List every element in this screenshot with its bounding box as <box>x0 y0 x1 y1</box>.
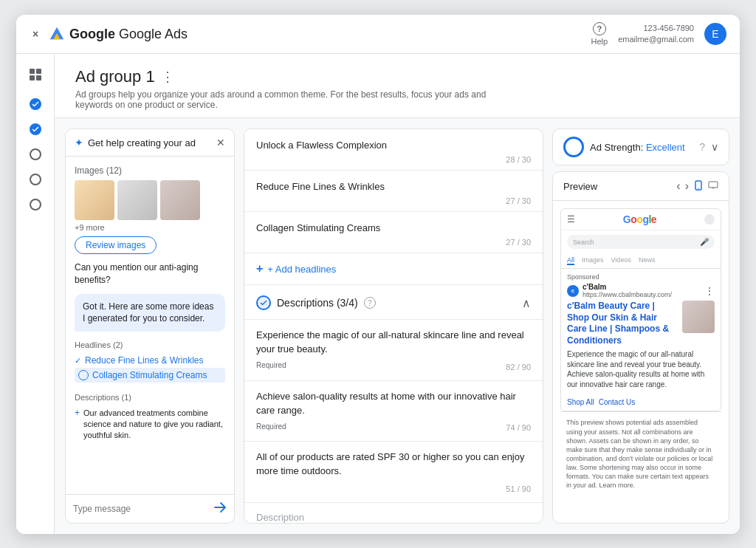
mock-google-logo: Google <box>623 213 656 225</box>
sidebar-nav-step-1[interactable] <box>30 98 41 110</box>
close-button[interactable]: × <box>30 28 41 40</box>
chat-header: ✦ Get help creating your ad ✕ <box>66 129 234 157</box>
headline-char-count-3: 27 / 30 <box>506 238 531 247</box>
mock-nav-videos: Videos <box>611 256 631 265</box>
headline-row-1[interactable]: Unlock a Flawless Complexion 28 / 30 <box>244 129 543 171</box>
help-icon: ? <box>593 22 606 35</box>
ad-strength-info-icon[interactable]: ? <box>699 141 705 153</box>
google-text: Google <box>69 27 115 41</box>
mock-search-text: Search <box>573 239 594 246</box>
user-avatar[interactable]: E <box>704 23 726 45</box>
image-thumbnail-1 <box>75 180 114 220</box>
page-title: Ad group 1 <box>75 67 155 86</box>
mock-sitelinks: Shop All Contact Us <box>561 398 721 411</box>
headlines-list: Unlock a Flawless Complexion 28 / 30 Red… <box>244 129 543 253</box>
chat-panel: ✦ Get help creating your ad ✕ Images (12… <box>65 129 235 524</box>
desc-header-left: Descriptions (3/4) ? <box>256 295 376 310</box>
desc-field-text-3: All of our products are rated SPF 30 or … <box>256 451 531 479</box>
sparkle-icon: ✦ <box>75 137 83 148</box>
descriptions-list: Experience the magic of our all-natural … <box>244 320 543 503</box>
desc-char-count-1: 82 / 90 <box>506 363 531 371</box>
descriptions-header: Descriptions (3/4) ? ∧ <box>244 285 543 320</box>
sidebar-nav-step-4[interactable] <box>30 174 41 185</box>
mock-nav-news: News <box>639 256 656 265</box>
mobile-icon[interactable] <box>693 180 704 193</box>
descriptions-title: Descriptions (3/4) <box>277 297 358 309</box>
headline-char-count-2: 27 / 30 <box>506 196 531 205</box>
mock-ad-content: Sponsored c c'Balm https://www.cbalmbeau… <box>561 269 721 398</box>
svg-rect-4 <box>30 75 35 81</box>
descriptions-info-icon[interactable]: ? <box>364 297 376 309</box>
content-area: Ad group 1 ⋮ Ad groups help you organize… <box>55 54 740 534</box>
more-options-icon[interactable]: ⋮ <box>161 69 174 85</box>
headline-item-2-active[interactable]: Collagen Stimulating Creams <box>75 368 225 383</box>
preview-card: Preview ‹ › <box>552 171 729 524</box>
headline-field-text-2: Reduce Fine Lines & Wrinkles <box>256 181 531 192</box>
headline-row-3[interactable]: Collagen Stimulating Creams 27 / 30 <box>244 212 543 253</box>
help-button[interactable]: ? Help <box>591 22 608 46</box>
top-bar-right: ? Help 123-456-7890 emailme@gmail.com E <box>591 22 726 46</box>
sidebar-nav <box>16 54 55 534</box>
help-label: Help <box>591 37 608 46</box>
mock-nav-bar: All Images Videos News <box>561 253 721 269</box>
sidebar-nav-step-2[interactable] <box>30 123 41 135</box>
mock-hamburger-icon: ☰ <box>567 214 575 225</box>
device-icons <box>693 180 718 193</box>
close-chat-button[interactable]: ✕ <box>216 137 225 148</box>
add-headlines-button[interactable]: + + Add headlines <box>256 262 336 275</box>
headline-text-1: Reduce Fine Lines & Wrinkles <box>85 355 204 366</box>
svg-point-7 <box>698 188 698 188</box>
image-thumbnail-2 <box>117 180 157 220</box>
headline-item-1[interactable]: ✓ Reduce Fine Lines & Wrinkles <box>75 353 225 368</box>
description-row-1[interactable]: Experience the magic of our all-natural … <box>244 320 543 381</box>
mock-profile-icon <box>704 214 715 225</box>
preview-body: ☰ Google Search 🎤 <box>553 201 729 523</box>
headline-char-count-1: 28 / 30 <box>506 155 531 164</box>
add-headlines-label: + Add headlines <box>267 264 336 275</box>
descriptions-collapse-icon[interactable]: ∧ <box>522 296 531 310</box>
preview-panel: Ad Strength: Excellent ? ∨ Preview ‹ › <box>552 129 729 524</box>
mock-sitelink-1: Shop All <box>567 398 594 406</box>
page-title-row: Ad group 1 ⋮ <box>75 67 719 86</box>
descriptions-section-label: Descriptions (1) <box>75 393 225 402</box>
ad-strength-text: Ad Strength: Excellent <box>590 142 693 153</box>
headlines-section-label: Headlines (2) <box>75 340 225 349</box>
ad-strength-label: Ad Strength: <box>590 142 643 153</box>
mock-url: https://www.cbalmbeauty.com/ <box>583 291 701 298</box>
mock-ad-header: c c'Balm https://www.cbalmbeauty.com/ ⋮ <box>567 283 715 298</box>
ads-text: Google Ads <box>119 27 188 41</box>
next-button[interactable]: › <box>685 179 689 193</box>
mock-favicon: c <box>567 285 579 297</box>
sidebar-nav-step-3[interactable] <box>30 148 41 160</box>
sidebar-nav-step-5[interactable] <box>30 199 41 210</box>
ai-response-bubble: Got it. Here are some more ideas I gener… <box>75 294 225 332</box>
desc-placeholder: Description <box>256 512 531 523</box>
description-row-2[interactable]: Achieve salon-quality results at home wi… <box>244 381 543 442</box>
chat-input[interactable] <box>73 504 209 514</box>
images-section: Images (12) +9 more Review images <box>75 165 225 254</box>
main-layout: Ad group 1 ⋮ Ad groups help you organize… <box>16 54 740 534</box>
page-subtitle: Ad groups help you organize your ads aro… <box>75 89 504 110</box>
mock-mic-icon: 🎤 <box>700 238 709 246</box>
review-images-button[interactable]: Review images <box>75 236 157 254</box>
panels: ✦ Get help creating your ad ✕ Images (12… <box>55 118 740 534</box>
browser-frame: × Google Google Ads ? Help 123-456-7890 … <box>16 15 740 534</box>
images-row <box>75 180 225 220</box>
desc-field-text-1: Experience the magic of our all-natural … <box>256 329 531 357</box>
desktop-icon[interactable] <box>708 180 718 193</box>
chat-header-left: ✦ Get help creating your ad <box>75 137 196 148</box>
description-row-3[interactable]: All of our products are rated SPF 30 or … <box>244 442 543 503</box>
send-button[interactable] <box>213 501 227 517</box>
svg-rect-8 <box>709 182 718 188</box>
ad-strength-expand-icon[interactable]: ∨ <box>711 141 718 153</box>
prev-button[interactable]: ‹ <box>676 179 680 193</box>
headline-row-2[interactable]: Reduce Fine Lines & Wrinkles 27 / 30 <box>244 171 543 212</box>
mock-nav-all: All <box>567 256 574 265</box>
mock-top-bar: ☰ Google <box>561 209 721 230</box>
descriptions-section-chat: Descriptions (1) + Our advanced treatmen… <box>75 393 225 443</box>
svg-rect-5 <box>36 75 41 81</box>
desc-required-badge-2: Required <box>256 422 286 431</box>
sidebar-nav-icon-grid[interactable] <box>25 64 46 85</box>
headline-field-text-1: Unlock a Flawless Complexion <box>256 140 531 151</box>
user-info: 123-456-7890 emailme@gmail.com <box>618 23 694 46</box>
